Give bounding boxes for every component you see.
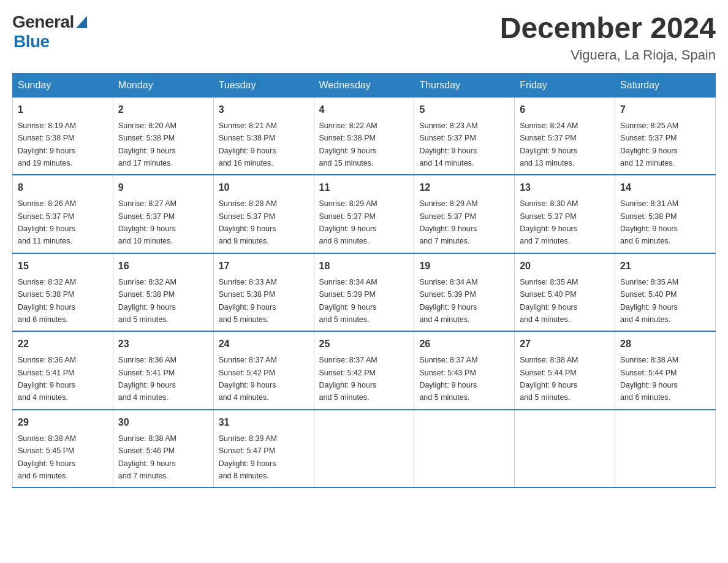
day-info: Sunrise: 8:32 AM Sunset: 5:38 PM Dayligh… (118, 278, 176, 324)
day-number: 16 (118, 259, 208, 274)
table-row (414, 410, 515, 488)
day-info: Sunrise: 8:37 AM Sunset: 5:42 PM Dayligh… (219, 356, 277, 402)
table-row: 14 Sunrise: 8:31 AM Sunset: 5:38 PM Dayl… (615, 175, 716, 253)
table-row: 30 Sunrise: 8:38 AM Sunset: 5:46 PM Dayl… (113, 410, 213, 488)
table-row: 2 Sunrise: 8:20 AM Sunset: 5:38 PM Dayli… (113, 97, 213, 175)
month-title: December 2024 (500, 12, 716, 45)
day-info: Sunrise: 8:19 AM Sunset: 5:38 PM Dayligh… (18, 121, 76, 167)
day-info: Sunrise: 8:28 AM Sunset: 5:37 PM Dayligh… (219, 199, 277, 245)
day-number: 31 (219, 415, 309, 430)
calendar-body: 1 Sunrise: 8:19 AM Sunset: 5:38 PM Dayli… (13, 97, 716, 488)
day-info: Sunrise: 8:38 AM Sunset: 5:44 PM Dayligh… (520, 356, 578, 402)
title-section: December 2024 Viguera, La Rioja, Spain (500, 12, 716, 63)
table-row: 12 Sunrise: 8:29 AM Sunset: 5:37 PM Dayl… (414, 175, 515, 253)
day-number: 17 (219, 259, 309, 274)
day-info: Sunrise: 8:36 AM Sunset: 5:41 PM Dayligh… (118, 356, 176, 402)
day-info: Sunrise: 8:37 AM Sunset: 5:43 PM Dayligh… (419, 356, 477, 402)
col-saturday: Saturday (615, 73, 716, 97)
table-row: 29 Sunrise: 8:38 AM Sunset: 5:45 PM Dayl… (13, 410, 113, 488)
day-number: 18 (319, 259, 409, 274)
day-info: Sunrise: 8:38 AM Sunset: 5:46 PM Dayligh… (118, 434, 176, 480)
day-number: 7 (620, 102, 710, 117)
day-number: 2 (118, 102, 208, 117)
table-row: 9 Sunrise: 8:27 AM Sunset: 5:37 PM Dayli… (113, 175, 213, 253)
table-row: 20 Sunrise: 8:35 AM Sunset: 5:40 PM Dayl… (515, 253, 615, 332)
day-info: Sunrise: 8:29 AM Sunset: 5:37 PM Dayligh… (419, 199, 477, 245)
day-info: Sunrise: 8:26 AM Sunset: 5:37 PM Dayligh… (18, 199, 76, 245)
day-info: Sunrise: 8:38 AM Sunset: 5:45 PM Dayligh… (18, 434, 76, 480)
day-info: Sunrise: 8:38 AM Sunset: 5:44 PM Dayligh… (620, 356, 678, 402)
day-number: 4 (319, 102, 409, 117)
table-row: 24 Sunrise: 8:37 AM Sunset: 5:42 PM Dayl… (213, 331, 314, 410)
table-row: 26 Sunrise: 8:37 AM Sunset: 5:43 PM Dayl… (414, 331, 515, 410)
svg-marker-0 (76, 16, 87, 28)
day-info: Sunrise: 8:35 AM Sunset: 5:40 PM Dayligh… (520, 278, 578, 324)
day-info: Sunrise: 8:37 AM Sunset: 5:42 PM Dayligh… (319, 356, 377, 402)
calendar-week-3: 15 Sunrise: 8:32 AM Sunset: 5:38 PM Dayl… (13, 253, 716, 332)
day-number: 14 (620, 180, 710, 195)
logo-blue: Blue (13, 32, 50, 51)
table-row: 25 Sunrise: 8:37 AM Sunset: 5:42 PM Dayl… (314, 331, 414, 410)
day-info: Sunrise: 8:29 AM Sunset: 5:37 PM Dayligh… (319, 199, 377, 245)
table-row: 19 Sunrise: 8:34 AM Sunset: 5:39 PM Dayl… (414, 253, 515, 332)
table-row: 31 Sunrise: 8:39 AM Sunset: 5:47 PM Dayl… (213, 410, 314, 488)
day-number: 25 (319, 337, 409, 351)
table-row (314, 410, 414, 488)
table-row: 17 Sunrise: 8:33 AM Sunset: 5:38 PM Dayl… (213, 253, 314, 332)
table-row: 21 Sunrise: 8:35 AM Sunset: 5:40 PM Dayl… (615, 253, 716, 332)
day-info: Sunrise: 8:32 AM Sunset: 5:38 PM Dayligh… (18, 278, 76, 324)
day-info: Sunrise: 8:39 AM Sunset: 5:47 PM Dayligh… (219, 434, 277, 480)
table-row: 22 Sunrise: 8:36 AM Sunset: 5:41 PM Dayl… (13, 331, 113, 410)
day-number: 1 (18, 102, 108, 117)
table-row: 6 Sunrise: 8:24 AM Sunset: 5:37 PM Dayli… (515, 97, 615, 175)
calendar-week-5: 29 Sunrise: 8:38 AM Sunset: 5:45 PM Dayl… (13, 410, 716, 488)
calendar-week-2: 8 Sunrise: 8:26 AM Sunset: 5:37 PM Dayli… (13, 175, 716, 253)
day-info: Sunrise: 8:27 AM Sunset: 5:37 PM Dayligh… (118, 199, 176, 245)
calendar-header: Sunday Monday Tuesday Wednesday Thursday… (13, 73, 716, 97)
day-number: 27 (520, 337, 610, 351)
table-row: 13 Sunrise: 8:30 AM Sunset: 5:37 PM Dayl… (515, 175, 615, 253)
col-sunday: Sunday (13, 73, 113, 97)
day-number: 5 (419, 102, 509, 117)
table-row: 23 Sunrise: 8:36 AM Sunset: 5:41 PM Dayl… (113, 331, 213, 410)
table-row (615, 410, 716, 488)
day-number: 12 (419, 180, 509, 195)
day-number: 19 (419, 259, 509, 274)
table-row: 27 Sunrise: 8:38 AM Sunset: 5:44 PM Dayl… (515, 331, 615, 410)
table-row: 28 Sunrise: 8:38 AM Sunset: 5:44 PM Dayl… (615, 331, 716, 410)
day-number: 22 (18, 337, 108, 351)
col-thursday: Thursday (414, 73, 515, 97)
day-info: Sunrise: 8:25 AM Sunset: 5:37 PM Dayligh… (620, 121, 678, 167)
day-number: 13 (520, 180, 610, 195)
day-number: 21 (620, 259, 710, 274)
col-monday: Monday (113, 73, 213, 97)
col-tuesday: Tuesday (213, 73, 314, 97)
table-row: 7 Sunrise: 8:25 AM Sunset: 5:37 PM Dayli… (615, 97, 716, 175)
day-number: 11 (319, 180, 409, 195)
day-number: 9 (118, 180, 208, 195)
day-info: Sunrise: 8:33 AM Sunset: 5:38 PM Dayligh… (219, 278, 277, 324)
table-row: 8 Sunrise: 8:26 AM Sunset: 5:37 PM Dayli… (13, 175, 113, 253)
table-row: 10 Sunrise: 8:28 AM Sunset: 5:37 PM Dayl… (213, 175, 314, 253)
table-row: 1 Sunrise: 8:19 AM Sunset: 5:38 PM Dayli… (13, 97, 113, 175)
day-info: Sunrise: 8:20 AM Sunset: 5:38 PM Dayligh… (118, 121, 176, 167)
day-info: Sunrise: 8:24 AM Sunset: 5:37 PM Dayligh… (520, 121, 578, 167)
day-number: 30 (118, 415, 208, 430)
table-row: 3 Sunrise: 8:21 AM Sunset: 5:38 PM Dayli… (213, 97, 314, 175)
logo-general: General (12, 12, 74, 32)
day-info: Sunrise: 8:21 AM Sunset: 5:38 PM Dayligh… (219, 121, 277, 167)
calendar-table: Sunday Monday Tuesday Wednesday Thursday… (12, 73, 716, 489)
table-row: 5 Sunrise: 8:23 AM Sunset: 5:37 PM Dayli… (414, 97, 515, 175)
location: Viguera, La Rioja, Spain (500, 47, 716, 63)
day-number: 26 (419, 337, 509, 351)
calendar-week-1: 1 Sunrise: 8:19 AM Sunset: 5:38 PM Dayli… (13, 97, 716, 175)
day-info: Sunrise: 8:23 AM Sunset: 5:37 PM Dayligh… (419, 121, 477, 167)
col-friday: Friday (515, 73, 615, 97)
table-row: 15 Sunrise: 8:32 AM Sunset: 5:38 PM Dayl… (13, 253, 113, 332)
day-number: 3 (219, 102, 309, 117)
day-info: Sunrise: 8:30 AM Sunset: 5:37 PM Dayligh… (520, 199, 578, 245)
day-number: 23 (118, 337, 208, 351)
logo: General Blue (12, 12, 87, 52)
day-info: Sunrise: 8:31 AM Sunset: 5:38 PM Dayligh… (620, 199, 678, 245)
col-wednesday: Wednesday (314, 73, 414, 97)
